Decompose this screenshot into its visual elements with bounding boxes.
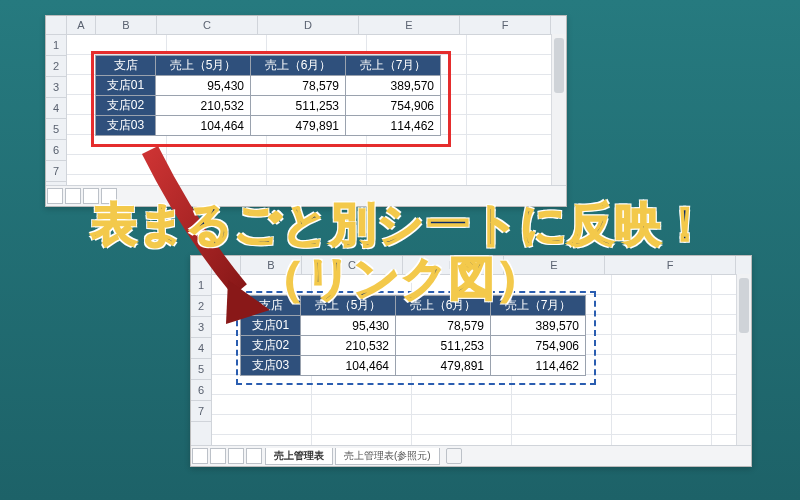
grid-bottom[interactable]: 1 2 3 4 5 6 7 支店 売上（5月） 売上（6月） 売上（7月） 支店… (191, 275, 751, 447)
column-headers-bottom: A B C D E F (191, 256, 751, 275)
branch-name[interactable]: 支店03 (241, 356, 301, 376)
header-branch[interactable]: 支店 (96, 56, 156, 76)
col-D[interactable]: D (403, 256, 504, 274)
cell-value[interactable]: 754,906 (491, 336, 586, 356)
row-1[interactable]: 1 (191, 275, 211, 296)
cell-value[interactable]: 95,430 (301, 316, 396, 336)
header-jun[interactable]: 売上（6月） (251, 56, 346, 76)
table-row: 支店01 95,430 78,579 389,570 (96, 76, 441, 96)
header-jul[interactable]: 売上（7月） (491, 296, 586, 316)
cell-value[interactable]: 210,532 (301, 336, 396, 356)
grid-top[interactable]: 1 2 3 4 5 6 7 支店 売上（5月） 売上（6月） 売上（7月） 支店… (46, 35, 566, 187)
branch-name[interactable]: 支店02 (241, 336, 301, 356)
branch-name[interactable]: 支店01 (241, 316, 301, 336)
header-jul[interactable]: 売上（7月） (346, 56, 441, 76)
row-1[interactable]: 1 (46, 35, 66, 56)
header-branch[interactable]: 支店 (241, 296, 301, 316)
cell-value[interactable]: 511,253 (396, 336, 491, 356)
row-headers-bottom: 1 2 3 4 5 6 7 (191, 275, 212, 447)
cells-bottom[interactable]: 支店 売上（5月） 売上（6月） 売上（7月） 支店01 95,430 78,5… (212, 275, 751, 447)
header-jun[interactable]: 売上（6月） (396, 296, 491, 316)
sheet-tab-inactive[interactable]: 売上管理表(参照元) (335, 448, 440, 465)
select-all-corner[interactable] (191, 256, 212, 274)
tab-nav-first[interactable] (47, 188, 63, 204)
tab-nav-last[interactable] (246, 448, 262, 464)
col-A[interactable]: A (67, 16, 96, 34)
cell-value[interactable]: 95,430 (156, 76, 251, 96)
data-table-top[interactable]: 支店 売上（5月） 売上（6月） 売上（7月） 支店01 95,430 78,5… (95, 55, 441, 136)
row-7[interactable]: 7 (191, 401, 211, 422)
col-A[interactable]: A (212, 256, 241, 274)
row-5[interactable]: 5 (46, 119, 66, 140)
cell-value[interactable]: 104,464 (156, 116, 251, 136)
table-row: 支店03 104,464 479,891 114,462 (96, 116, 441, 136)
row-3[interactable]: 3 (46, 77, 66, 98)
cell-value[interactable]: 389,570 (346, 76, 441, 96)
table-header-row: 支店 売上（5月） 売上（6月） 売上（7月） (241, 296, 586, 316)
data-table-bottom[interactable]: 支店 売上（5月） 売上（6月） 売上（7月） 支店01 95,430 78,5… (240, 295, 586, 376)
vertical-scrollbar[interactable] (736, 274, 751, 446)
tab-strip-top (46, 185, 566, 206)
scroll-thumb[interactable] (739, 278, 749, 333)
col-F[interactable]: F (460, 16, 551, 34)
scroll-thumb[interactable] (554, 38, 564, 93)
tab-nav-last[interactable] (101, 188, 117, 204)
cell-value[interactable]: 78,579 (396, 316, 491, 336)
branch-name[interactable]: 支店02 (96, 96, 156, 116)
cell-value[interactable]: 104,464 (301, 356, 396, 376)
tab-nav-next[interactable] (83, 188, 99, 204)
row-6[interactable]: 6 (191, 380, 211, 401)
column-headers-top: A B C D E F (46, 16, 566, 35)
cells-top[interactable]: 支店 売上（5月） 売上（6月） 売上（7月） 支店01 95,430 78,5… (67, 35, 566, 187)
col-D[interactable]: D (258, 16, 359, 34)
branch-name[interactable]: 支店03 (96, 116, 156, 136)
cell-value[interactable]: 114,462 (346, 116, 441, 136)
row-2[interactable]: 2 (46, 56, 66, 77)
col-F[interactable]: F (605, 256, 736, 274)
table-row: 支店03 104,464 479,891 114,462 (241, 356, 586, 376)
table-row: 支店02 210,532 511,253 754,906 (241, 336, 586, 356)
table-row: 支店02 210,532 511,253 754,906 (96, 96, 441, 116)
new-sheet-button[interactable] (446, 448, 462, 464)
sheet-window-bottom: A B C D E F 1 2 3 4 5 6 7 支店 売上（5月） 売上（6… (190, 255, 752, 467)
table-header-row: 支店 売上（5月） 売上（6月） 売上（7月） (96, 56, 441, 76)
sheet-window-top: A B C D E F 1 2 3 4 5 6 7 支店 売上（5月） 売上（6… (45, 15, 567, 207)
row-6[interactable]: 6 (46, 140, 66, 161)
cell-value[interactable]: 114,462 (491, 356, 586, 376)
sheet-tab-active[interactable]: 売上管理表 (265, 448, 333, 465)
table-row: 支店01 95,430 78,579 389,570 (241, 316, 586, 336)
cell-value[interactable]: 754,906 (346, 96, 441, 116)
row-headers-top: 1 2 3 4 5 6 7 (46, 35, 67, 187)
header-may[interactable]: 売上（5月） (156, 56, 251, 76)
cell-value[interactable]: 511,253 (251, 96, 346, 116)
tab-nav-prev[interactable] (65, 188, 81, 204)
select-all-corner[interactable] (46, 16, 67, 34)
col-B[interactable]: B (241, 256, 302, 274)
col-E[interactable]: E (504, 256, 605, 274)
col-C[interactable]: C (302, 256, 403, 274)
col-B[interactable]: B (96, 16, 157, 34)
row-5[interactable]: 5 (191, 359, 211, 380)
row-4[interactable]: 4 (46, 98, 66, 119)
tab-nav-first[interactable] (192, 448, 208, 464)
header-may[interactable]: 売上（5月） (301, 296, 396, 316)
tab-strip-bottom: 売上管理表 売上管理表(参照元) (191, 445, 751, 466)
row-3[interactable]: 3 (191, 317, 211, 338)
cell-value[interactable]: 78,579 (251, 76, 346, 96)
cell-value[interactable]: 479,891 (396, 356, 491, 376)
row-7[interactable]: 7 (46, 161, 66, 182)
row-2[interactable]: 2 (191, 296, 211, 317)
cell-value[interactable]: 389,570 (491, 316, 586, 336)
tab-nav-prev[interactable] (210, 448, 226, 464)
cell-value[interactable]: 210,532 (156, 96, 251, 116)
vertical-scrollbar[interactable] (551, 34, 566, 186)
row-4[interactable]: 4 (191, 338, 211, 359)
branch-name[interactable]: 支店01 (96, 76, 156, 96)
tab-nav-next[interactable] (228, 448, 244, 464)
col-C[interactable]: C (157, 16, 258, 34)
col-E[interactable]: E (359, 16, 460, 34)
cell-value[interactable]: 479,891 (251, 116, 346, 136)
